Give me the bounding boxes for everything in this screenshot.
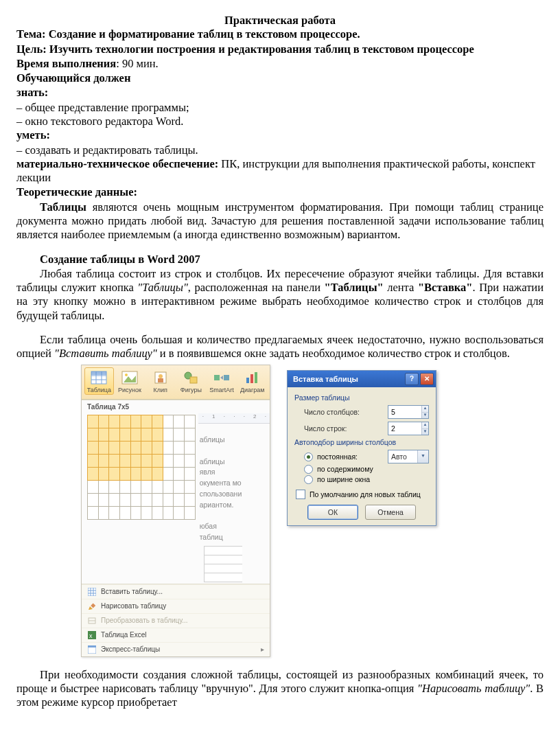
group-autofit-label: Автоподбор ширины столбцов xyxy=(294,438,429,447)
ok-button[interactable]: ОК xyxy=(307,505,358,520)
cancel-button[interactable]: Отмена xyxy=(365,505,416,520)
can-label: уметь: xyxy=(16,128,544,142)
materials-label: материально-техническое обеспечение: xyxy=(16,157,218,170)
goal-label: Цель: xyxy=(16,43,47,56)
topic-label: Тема: xyxy=(16,27,46,41)
radio-content[interactable] xyxy=(304,465,313,474)
spin-up-icon[interactable]: ▲ xyxy=(422,422,428,429)
figure-insert-table-dialog: Вставка таблицы ? ✕ Размер таблицы Число… xyxy=(287,370,436,526)
figures-row: Таблица Рисунок Клип Фигуры xyxy=(81,365,544,656)
topic-line: Тема: Создание и форматирование таблиц в… xyxy=(16,27,544,41)
goal-text: Изучить технологии построения и редактир… xyxy=(47,43,474,56)
p1-rest: являются очень мощным инструментом форма… xyxy=(16,200,544,242)
dropdown-menu: Вставить таблицу... Нарисовать таблицу П… xyxy=(82,584,270,656)
radio-window-label: по ширине окна xyxy=(317,475,370,484)
preview-line: ариантом. xyxy=(200,500,242,511)
page-title: Практическая работа xyxy=(16,14,544,27)
menu-convert-table: Преобразовать в таблицу... xyxy=(82,613,270,628)
ribbon-label: Клип xyxy=(153,387,167,393)
menu-quick-tables[interactable]: Экспресс-таблицы ▸ xyxy=(82,642,270,656)
materials-line: материально-техническое обеспечение: ПК,… xyxy=(16,157,544,185)
rows-spinner[interactable]: ▲▼ xyxy=(388,422,429,435)
ribbon-button-chart[interactable]: Диаграм xyxy=(237,367,267,394)
group-size-label: Размер таблицы xyxy=(294,393,429,402)
checkbox-default-label: По умолчанию для новых таблиц xyxy=(310,490,421,499)
know-list: общее представление программы; окно текс… xyxy=(16,101,544,129)
can-list: создавать и редактировать таблицы. xyxy=(16,144,544,157)
radio-content-label: по содержимому xyxy=(317,465,373,474)
rows-input[interactable] xyxy=(388,422,421,435)
spin-down-icon[interactable]: ▼ xyxy=(422,429,428,435)
menu-excel-table[interactable]: x Таблица Excel xyxy=(82,628,270,642)
chevron-right-icon: ▸ xyxy=(261,645,264,654)
excel-icon: x xyxy=(87,630,97,640)
p2f: "Вставка" xyxy=(418,281,473,294)
spin-up-icon[interactable]: ▲ xyxy=(422,406,428,413)
ribbon-button-table[interactable]: Таблица xyxy=(84,367,114,394)
svg-rect-18 xyxy=(250,374,253,383)
table-dropdown-panel: Таблица 7x5 · 1 · · · 2 · аблицы аблицы … xyxy=(82,400,270,656)
dialog-titlebar[interactable]: Вставка таблицы ? ✕ xyxy=(288,371,436,387)
list-item: общее представление программы; xyxy=(16,101,544,115)
topic-text: Создание и форматирование таблиц в текст… xyxy=(46,27,360,41)
table-icon xyxy=(89,369,108,386)
ruler: · 1 · · · 2 · xyxy=(198,413,270,424)
preview-line: окумента мо xyxy=(200,478,242,489)
ribbon-button-smartart[interactable]: SmartArt xyxy=(207,367,237,394)
svg-rect-20 xyxy=(88,588,96,596)
help-button[interactable]: ? xyxy=(405,373,419,385)
cols-input[interactable] xyxy=(388,406,421,418)
fixed-width-combo[interactable]: Авто ▼ xyxy=(388,450,429,463)
cols-spinner[interactable]: ▲▼ xyxy=(388,405,429,419)
svg-rect-19 xyxy=(255,372,257,383)
heading-create-table: Создание таблицы в Word 2007 xyxy=(16,253,544,266)
time-label: Время выполнения xyxy=(16,57,116,70)
menu-draw-table[interactable]: Нарисовать таблицу xyxy=(82,599,270,613)
combo-value: Авто xyxy=(388,452,417,461)
p1-lead: Таблицы xyxy=(40,200,86,214)
paragraph-2: Любая таблица состоит из строк и столбцо… xyxy=(16,267,544,323)
svg-text:x: x xyxy=(89,632,93,639)
preview-line: аблицы xyxy=(200,435,242,446)
chevron-down-icon[interactable]: ▼ xyxy=(417,450,428,463)
menu-insert-table[interactable]: Вставить таблицу... xyxy=(82,584,270,599)
table-size-grid[interactable] xyxy=(82,413,198,584)
radio-fixed[interactable] xyxy=(304,452,313,461)
learner-label: Обучающийся должен xyxy=(16,71,544,85)
checkbox-default[interactable] xyxy=(296,490,305,499)
list-item: окно текстового редактора Word. xyxy=(16,115,544,128)
picture-icon xyxy=(120,369,139,386)
theory-label: Теоретические данные: xyxy=(16,185,544,199)
radio-window[interactable] xyxy=(304,475,313,484)
doc-preview-text: аблицы аблицы явля окумента мо спользова… xyxy=(198,424,242,584)
svg-rect-5 xyxy=(91,371,106,375)
pencil-icon xyxy=(87,601,97,611)
radio-fixed-label: постоянная: xyxy=(317,452,384,461)
smartart-icon xyxy=(212,369,231,386)
ribbon-button-shapes[interactable]: Фигуры xyxy=(176,367,206,394)
ribbon-label: Диаграм xyxy=(240,387,265,393)
time-line: Время выполнения: 90 мин. xyxy=(16,57,544,71)
convert-icon xyxy=(87,616,97,626)
menu-label: Нарисовать таблицу xyxy=(101,602,166,610)
insert-table-icon xyxy=(87,587,97,597)
p4b: "Нарисовать таблицу" xyxy=(417,682,530,695)
ribbon-button-clip[interactable]: Клип xyxy=(145,367,175,394)
p2e: лента xyxy=(384,281,418,294)
svg-rect-11 xyxy=(158,378,163,382)
close-button[interactable]: ✕ xyxy=(420,373,434,385)
list-item: создавать и редактировать таблицы. xyxy=(16,144,544,157)
preview-table xyxy=(200,543,242,584)
svg-point-10 xyxy=(159,374,163,378)
svg-rect-32 xyxy=(88,645,96,647)
p2c: , расположенная на панели xyxy=(188,281,325,294)
svg-rect-26 xyxy=(91,603,95,608)
spin-down-icon[interactable]: ▼ xyxy=(422,413,428,419)
know-label: знать: xyxy=(16,86,544,100)
svg-point-8 xyxy=(125,374,128,376)
menu-label: Экспресс-таблицы xyxy=(101,645,160,654)
ribbon-label: Рисунок xyxy=(118,387,141,393)
ribbon-button-picture[interactable]: Рисунок xyxy=(115,367,145,394)
chart-icon xyxy=(243,369,262,386)
svg-rect-17 xyxy=(246,378,249,383)
